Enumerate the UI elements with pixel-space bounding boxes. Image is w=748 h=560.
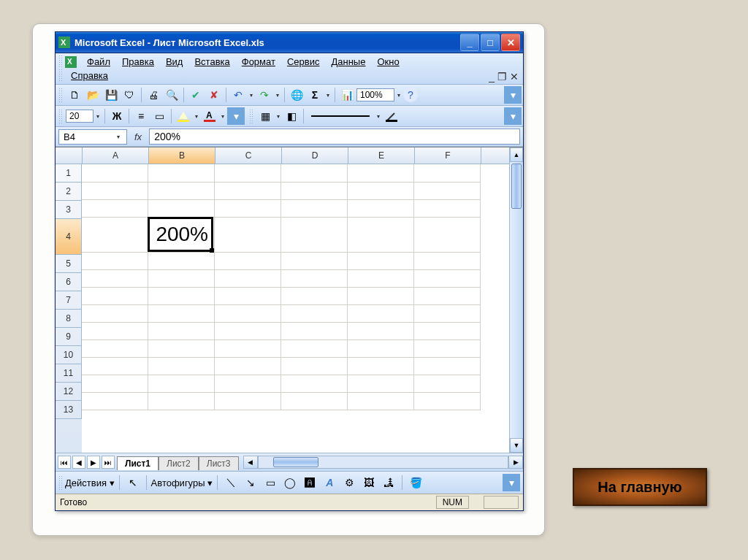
name-box[interactable]: B4▾: [58, 129, 127, 145]
scroll-thumb[interactable]: [273, 457, 318, 467]
dropdown-icon[interactable]: ▾: [395, 92, 402, 99]
sheet-tab-3[interactable]: Лист3: [199, 456, 239, 470]
line-color-icon[interactable]: [383, 107, 400, 125]
scroll-thumb[interactable]: [511, 164, 522, 209]
sheet-tab-2[interactable]: Лист2: [159, 456, 199, 470]
print-preview-icon[interactable]: 🔍: [163, 86, 180, 104]
print-icon[interactable]: 🖨: [145, 86, 162, 104]
sheet-tab-1[interactable]: Лист1: [117, 456, 159, 470]
spelling-icon[interactable]: ✔: [187, 86, 205, 104]
fill-color-icon[interactable]: [175, 107, 192, 125]
fx-icon[interactable]: fx: [130, 131, 146, 142]
dropdown-icon[interactable]: ▾: [94, 113, 102, 120]
row-header[interactable]: 9: [56, 328, 82, 346]
dropdown-icon[interactable]: ▾: [375, 113, 382, 120]
fill-icon[interactable]: 🪣: [407, 474, 424, 491]
permission-icon[interactable]: 🛡: [121, 86, 138, 104]
menu-insert[interactable]: Вставка: [188, 55, 235, 69]
research-icon[interactable]: ✘: [205, 86, 223, 104]
help-icon[interactable]: ?: [403, 88, 418, 102]
horizontal-scrollbar[interactable]: ◀ ▶: [243, 456, 523, 469]
row-header[interactable]: 13: [56, 401, 82, 419]
row-header[interactable]: 12: [56, 383, 82, 401]
row-header[interactable]: 1: [56, 164, 82, 183]
col-header-d[interactable]: D: [282, 147, 348, 164]
col-header-a[interactable]: A: [83, 147, 149, 164]
active-cell[interactable]: 200%: [148, 217, 213, 252]
dropdown-icon[interactable]: ▾: [324, 92, 332, 99]
menu-window[interactable]: Окно: [371, 55, 405, 69]
zoom-box[interactable]: 100%: [356, 88, 394, 101]
dropdown-icon[interactable]: ▾: [274, 92, 281, 99]
diagram-icon[interactable]: ⚙: [340, 474, 358, 491]
formula-bar[interactable]: 200%: [149, 129, 520, 145]
tab-first-icon[interactable]: ⏮: [58, 456, 71, 469]
col-header-c[interactable]: C: [215, 147, 282, 164]
picture-icon[interactable]: 🏞: [380, 474, 397, 491]
menu-view[interactable]: Вид: [160, 55, 189, 69]
scroll-right-icon[interactable]: ▶: [508, 456, 523, 469]
menu-data[interactable]: Данные: [325, 55, 371, 69]
menu-format[interactable]: Формат: [236, 55, 281, 69]
menu-edit[interactable]: Правка: [116, 55, 160, 69]
doc-minimize[interactable]: _: [489, 71, 495, 83]
borders-icon[interactable]: ▦: [256, 107, 274, 125]
dropdown-icon[interactable]: ▾: [275, 113, 282, 120]
tab-next-icon[interactable]: ▶: [87, 456, 100, 469]
maximize-button[interactable]: □: [481, 34, 500, 51]
row-header[interactable]: 3: [56, 201, 82, 219]
close-button[interactable]: ✕: [501, 34, 520, 51]
fontsize-box[interactable]: 20: [66, 110, 94, 123]
tab-last-icon[interactable]: ⏭: [102, 456, 115, 469]
new-icon[interactable]: 🗋: [66, 86, 83, 104]
clipart-icon[interactable]: 🖼: [360, 474, 378, 491]
open-icon[interactable]: 📂: [84, 86, 102, 104]
undo-icon[interactable]: ↶: [229, 86, 247, 104]
doc-restore[interactable]: ❐: [497, 71, 507, 83]
menu-help[interactable]: Справка: [65, 69, 114, 83]
col-header-b[interactable]: B: [149, 147, 215, 164]
align-icon[interactable]: ≡: [132, 107, 150, 125]
textbox-icon[interactable]: 🅰: [301, 474, 318, 491]
arrow-icon[interactable]: ↘: [242, 474, 259, 491]
line-icon[interactable]: ＼: [222, 474, 240, 491]
row-header[interactable]: 11: [56, 364, 82, 383]
actions-menu[interactable]: Действия ▾: [65, 477, 115, 488]
tab-prev-icon[interactable]: ◀: [72, 456, 85, 469]
save-icon[interactable]: 💾: [102, 86, 120, 104]
toolbar-options-icon[interactable]: ▾: [504, 86, 522, 104]
dropdown-icon[interactable]: ▾: [219, 113, 226, 120]
autosum-icon[interactable]: Σ: [306, 86, 324, 104]
wordart-icon[interactable]: A: [321, 474, 338, 491]
toolbar-options-icon[interactable]: ▾: [503, 474, 520, 491]
eraser-icon[interactable]: ◧: [283, 107, 300, 125]
minimize-button[interactable]: _: [460, 34, 479, 51]
dropdown-icon[interactable]: ▾: [193, 113, 200, 120]
row-header[interactable]: 2: [56, 183, 82, 201]
vertical-scrollbar[interactable]: ▲ ▼: [509, 147, 523, 453]
row-header[interactable]: 8: [56, 310, 82, 328]
col-header-e[interactable]: E: [348, 147, 415, 164]
select-all-corner[interactable]: [56, 147, 83, 164]
scroll-up-icon[interactable]: ▲: [510, 147, 523, 162]
select-arrow-icon[interactable]: ↖: [124, 474, 142, 491]
toolbar-options-icon[interactable]: ▾: [504, 107, 522, 125]
row-header[interactable]: 5: [56, 255, 82, 273]
row-header[interactable]: 4: [56, 219, 82, 255]
menu-tools[interactable]: Сервис: [281, 55, 326, 69]
col-header-f[interactable]: F: [415, 147, 481, 164]
chevron-down-icon[interactable]: ▾: [115, 134, 122, 140]
home-button[interactable]: На главную: [573, 468, 707, 506]
toolbar-options-icon[interactable]: ▾: [227, 107, 245, 125]
menu-file[interactable]: Файл: [81, 55, 116, 69]
dropdown-icon[interactable]: ▾: [248, 92, 255, 99]
redo-icon[interactable]: ↷: [256, 86, 273, 104]
font-color-icon[interactable]: A: [201, 107, 218, 125]
autoshapes-menu[interactable]: Автофигуры ▾: [151, 477, 213, 488]
row-header[interactable]: 10: [56, 346, 82, 364]
merge-icon[interactable]: ▭: [150, 107, 168, 125]
chart-icon[interactable]: 📊: [338, 86, 356, 104]
rectangle-icon[interactable]: ▭: [262, 474, 279, 491]
hyperlink-icon[interactable]: 🌐: [288, 86, 305, 104]
doc-close[interactable]: ✕: [510, 71, 519, 83]
